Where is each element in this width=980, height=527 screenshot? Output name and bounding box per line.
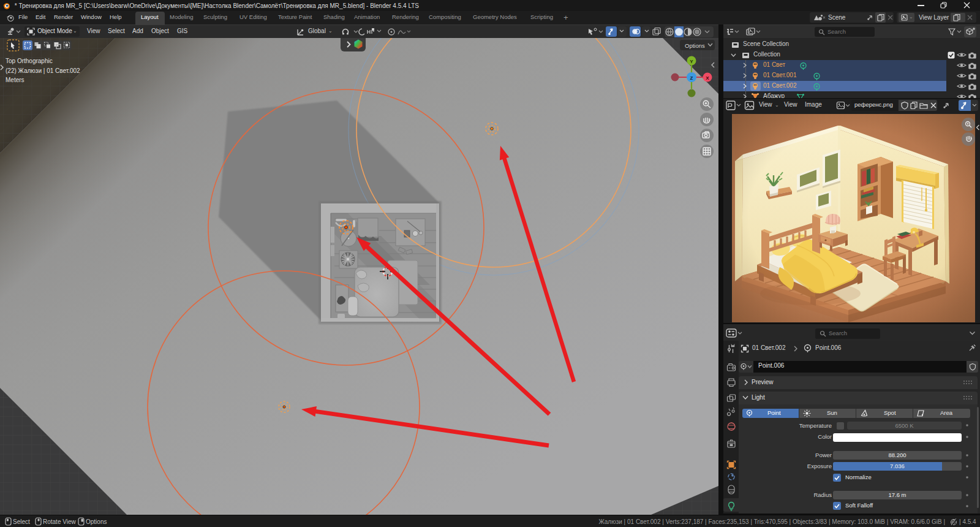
svg-text:Top Orthographic: Top Orthographic	[6, 58, 53, 64]
svg-text:Meters: Meters	[6, 77, 24, 83]
svg-text:Options: Options	[685, 42, 705, 49]
svg-text:X: X	[706, 75, 709, 81]
svg-text:Y: Y	[690, 59, 693, 64]
svg-text:Z: Z	[690, 75, 693, 81]
svg-text:(22) Жалюзи | 01 Свет.002: (22) Жалюзи | 01 Свет.002	[6, 67, 80, 74]
